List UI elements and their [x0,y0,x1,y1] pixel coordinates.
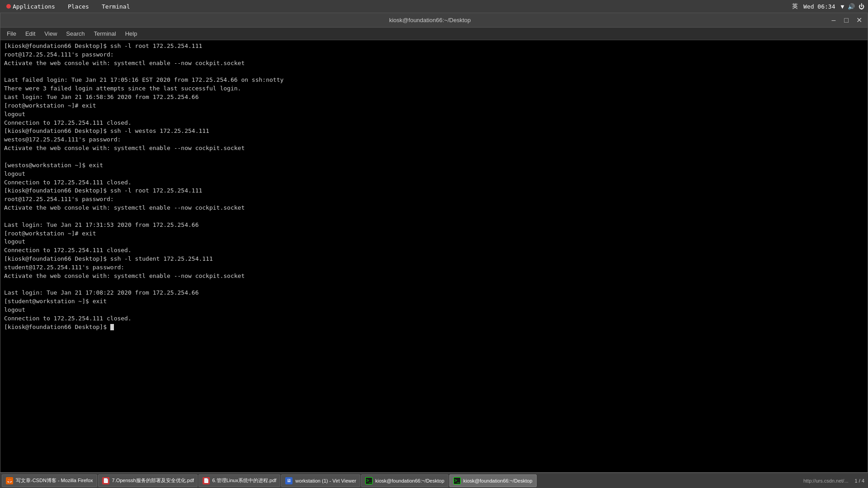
menu-view[interactable]: View [40,29,61,38]
system-time: Wed 06:34 [803,3,835,10]
menu-edit[interactable]: Edit [21,29,40,38]
minimize-button[interactable]: – [829,15,839,25]
system-bar-right: 英 Wed 06:34 ▼ 🔊 ⏻ [792,2,864,10]
system-icons: ▼ 🔊 ⏻ [841,3,864,10]
taskbar: 🦊 写文章-CSDN博客 - Mozilla Firefox 📄 7.Opens… [0,473,868,488]
term2-icon: >_ [453,477,461,484]
taskbar-term1-label: kiosk@foundation66:~/Desktop [375,478,444,483]
pdf1-icon: 📄 [102,477,109,484]
taskbar-firefox-label: 写文章-CSDN博客 - Mozilla Firefox [16,477,93,484]
menu-file[interactable]: File [2,29,21,38]
taskbar-virt-viewer[interactable]: 🖥 workstation (1) - Virt Viewer [281,474,360,487]
firefox-icon: 🦊 [6,477,13,484]
menu-terminal[interactable]: Terminal [90,29,121,38]
apps-dot-icon [6,4,11,9]
language-indicator: 英 [792,2,798,10]
maximize-button[interactable]: □ [841,15,851,25]
taskbar-pdf1[interactable]: 📄 7.Openssh服务的部署及安全优化.pdf [98,474,198,487]
taskbar-page: 1 / 4 [853,478,866,483]
terminal-menu[interactable]: Terminal [99,2,133,11]
taskbar-term1[interactable]: >_ kiosk@foundation66:~/Desktop [361,474,448,487]
places-label: Places [68,3,89,10]
terminal-title: kiosk@foundation66:~/Desktop [31,17,829,23]
taskbar-pdf2[interactable]: 📄 6.管理Linux系统中的进程.pdf [198,474,281,487]
taskbar-virt-label: workstation (1) - Virt Viewer [295,478,356,483]
term1-icon: >_ [365,477,373,484]
taskbar-term2[interactable]: >_ kiosk@foundation66:~/Desktop [449,474,537,487]
terminal-label: Terminal [102,3,130,10]
terminal-titlebar: kiosk@foundation66:~/Desktop – □ ✕ [0,13,868,28]
terminal-cursor [110,324,114,330]
system-bar-left: Applications Places Terminal [4,2,133,11]
taskbar-firefox[interactable]: 🦊 写文章-CSDN博客 - Mozilla Firefox [2,474,97,487]
taskbar-pdf1-label: 7.Openssh服务的部署及安全优化.pdf [112,477,194,484]
close-button[interactable]: ✕ [854,15,864,25]
terminal-content[interactable]: [kiosk@foundation66 Desktop]$ ssh -l roo… [0,40,868,472]
virt-icon: 🖥 [285,477,292,484]
menu-search[interactable]: Search [61,29,89,38]
system-bar: Applications Places Terminal 英 Wed 06:34… [0,0,868,13]
terminal-window: kiosk@foundation66:~/Desktop – □ ✕ File … [0,13,868,473]
taskbar-pdf2-label: 6.管理Linux系统中的进程.pdf [212,477,277,484]
places-menu[interactable]: Places [65,2,92,11]
taskbar-url: http://urs.csdn.net/... [800,478,852,483]
terminal-menubar: File Edit View Search Terminal Help [0,28,868,40]
applications-label: Applications [13,3,55,10]
applications-menu[interactable]: Applications [4,2,58,11]
menu-help[interactable]: Help [121,29,142,38]
titlebar-controls: – □ ✕ [829,15,864,25]
terminal-output: [kiosk@foundation66 Desktop]$ ssh -l roo… [4,42,864,332]
taskbar-term2-label: kiosk@foundation66:~/Desktop [463,478,533,483]
pdf2-icon: 📄 [203,477,210,484]
